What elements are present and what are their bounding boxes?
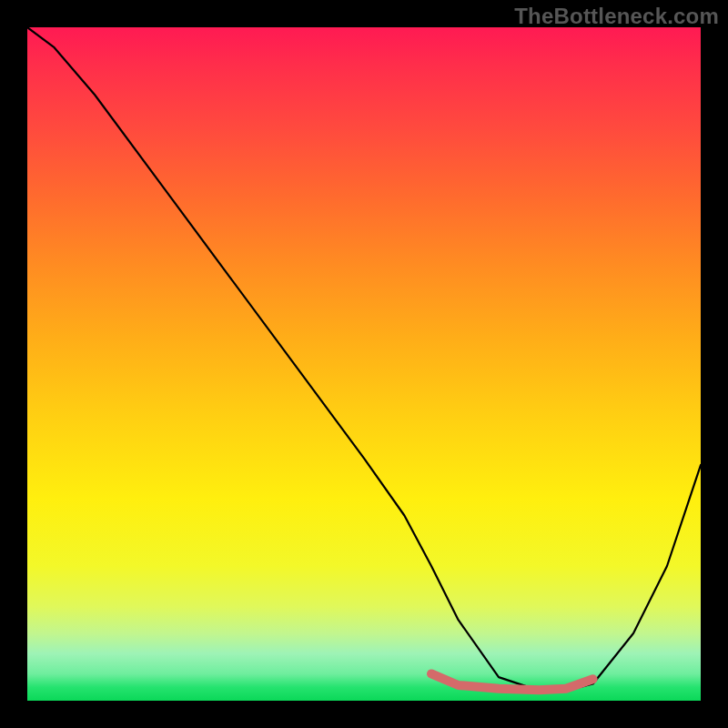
chart-svg [27,27,701,701]
bottleneck-curve [27,27,701,691]
chart-frame: TheBottleneck.com [0,0,728,728]
watermark-text: TheBottleneck.com [514,4,719,29]
